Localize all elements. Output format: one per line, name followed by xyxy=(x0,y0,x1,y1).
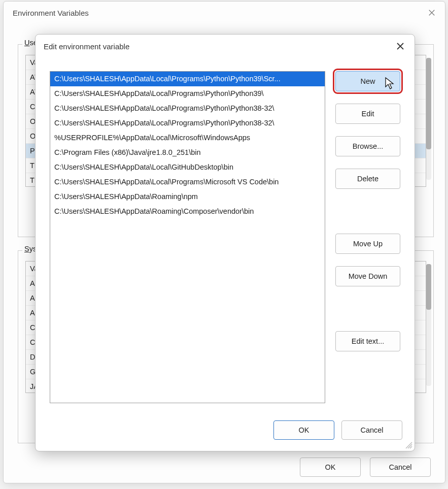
list-item[interactable]: C:\Users\SHALESH\AppData\Local\Programs\… xyxy=(50,175,325,189)
list-item[interactable]: C:\Users\SHALESH\AppData\Local\GitHubDes… xyxy=(50,160,325,175)
delete-button[interactable]: Delete xyxy=(335,169,400,189)
scrollbar-thumb[interactable] xyxy=(426,264,431,310)
env-dialog-buttons: OK Cancel xyxy=(300,458,431,477)
move-down-button[interactable]: Move Down xyxy=(335,266,400,286)
list-item[interactable]: C:\Users\SHALESH\AppData\Roaming\Compose… xyxy=(50,204,325,219)
cancel-button[interactable]: Cancel xyxy=(341,420,402,440)
spacer xyxy=(335,299,400,319)
edit-side-buttons: New Edit Browse... Delete Move Up Move D… xyxy=(335,71,400,402)
new-button[interactable]: New xyxy=(335,71,400,91)
close-icon[interactable] xyxy=(425,6,439,20)
edit-button[interactable]: Edit xyxy=(335,104,400,124)
resize-grip-icon[interactable] xyxy=(405,442,412,449)
edit-environment-variable-dialog: Edit environment variable C:\Users\SHALE… xyxy=(35,34,415,451)
edit-body: C:\Users\SHALESH\AppData\Local\Programs\… xyxy=(50,71,400,402)
browse-button[interactable]: Browse... xyxy=(335,136,400,156)
edit-text-button[interactable]: Edit text... xyxy=(335,331,400,351)
edit-dialog-buttons: OK Cancel xyxy=(273,420,402,440)
edit-titlebar: Edit environment variable xyxy=(36,35,415,58)
list-item[interactable]: C:\Users\SHALESH\AppData\Local\Programs\… xyxy=(50,101,325,116)
list-item[interactable]: C:\Users\SHALESH\AppData\Local\Programs\… xyxy=(50,86,325,101)
list-item[interactable]: C:\Program Files (x86)\Java\jre1.8.0_251… xyxy=(50,145,325,160)
list-item[interactable]: C:\Users\SHALESH\AppData\Local\Programs\… xyxy=(50,116,325,131)
env-titlebar: Environment Variables xyxy=(4,2,445,24)
list-item[interactable]: C:\Users\SHALESH\AppData\Local\Programs\… xyxy=(50,72,325,86)
cancel-button[interactable]: Cancel xyxy=(370,458,431,477)
list-item[interactable]: %USERPROFILE%\AppData\Local\Microsoft\Wi… xyxy=(50,131,325,145)
list-item[interactable]: C:\Users\SHALESH\AppData\Roaming\npm xyxy=(50,189,325,204)
scrollbar-thumb[interactable] xyxy=(426,58,431,149)
path-list[interactable]: C:\Users\SHALESH\AppData\Local\Programs\… xyxy=(50,71,325,403)
cursor-icon xyxy=(385,77,395,91)
new-button-label: New xyxy=(360,77,375,85)
env-window-title: Environment Variables xyxy=(10,9,89,17)
ok-button[interactable]: OK xyxy=(300,458,361,477)
spacer xyxy=(335,201,400,221)
close-icon[interactable] xyxy=(392,38,408,54)
edit-window-title: Edit environment variable xyxy=(44,42,129,51)
move-up-button[interactable]: Move Up xyxy=(335,234,400,254)
ok-button[interactable]: OK xyxy=(273,420,334,440)
